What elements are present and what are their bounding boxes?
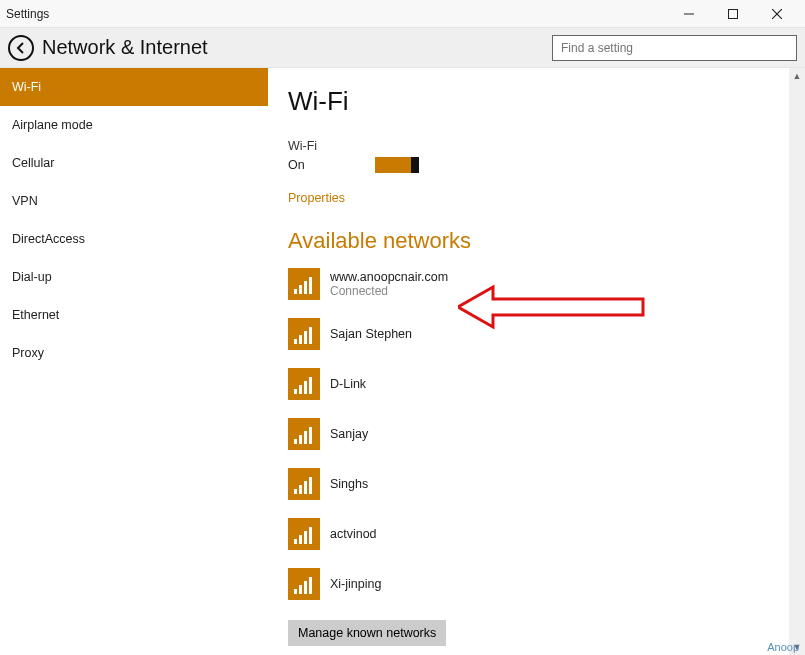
sidebar-item-dialup[interactable]: Dial-up: [0, 258, 268, 296]
main-heading: Wi-Fi: [288, 86, 785, 117]
network-item[interactable]: D-Link: [288, 368, 785, 400]
search-input[interactable]: [552, 35, 797, 61]
sidebar-item-directaccess[interactable]: DirectAccess: [0, 220, 268, 258]
back-button[interactable]: [8, 35, 34, 61]
network-name: Sanjay: [330, 427, 368, 441]
main-content: Wi-Fi Wi-Fi On Properties Available netw…: [268, 68, 805, 655]
network-status: Connected: [330, 284, 448, 298]
network-name: D-Link: [330, 377, 366, 391]
network-list: www.anoopcnair.com Connected Sajan Steph…: [288, 268, 785, 600]
network-name: Singhs: [330, 477, 368, 491]
wifi-signal-icon: [288, 468, 320, 500]
network-name: Xi-jinping: [330, 577, 381, 591]
scroll-up-icon[interactable]: ▲: [789, 68, 805, 84]
properties-link[interactable]: Properties: [288, 191, 345, 205]
wifi-signal-icon: [288, 268, 320, 300]
network-item[interactable]: actvinod: [288, 518, 785, 550]
network-name: actvinod: [330, 527, 377, 541]
header: Network & Internet: [0, 28, 805, 68]
wifi-signal-icon: [288, 568, 320, 600]
vertical-scrollbar[interactable]: ▲ ▼: [789, 68, 805, 655]
wifi-signal-icon: [288, 418, 320, 450]
sidebar-item-vpn[interactable]: VPN: [0, 182, 268, 220]
wifi-signal-icon: [288, 318, 320, 350]
titlebar: Settings: [0, 0, 805, 28]
sidebar-item-wifi[interactable]: Wi-Fi: [0, 68, 268, 106]
wifi-toggle[interactable]: [375, 157, 419, 173]
page-title: Network & Internet: [42, 36, 552, 59]
sidebar-item-proxy[interactable]: Proxy: [0, 334, 268, 372]
window-title: Settings: [6, 7, 667, 21]
sidebar-item-airplane-mode[interactable]: Airplane mode: [0, 106, 268, 144]
sidebar-item-ethernet[interactable]: Ethernet: [0, 296, 268, 334]
network-name: www.anoopcnair.com: [330, 270, 448, 284]
close-button[interactable]: [755, 0, 799, 28]
wifi-signal-icon: [288, 368, 320, 400]
sidebar-item-cellular[interactable]: Cellular: [0, 144, 268, 182]
network-item[interactable]: Sajan Stephen: [288, 318, 785, 350]
minimize-button[interactable]: [667, 0, 711, 28]
network-item[interactable]: www.anoopcnair.com Connected: [288, 268, 785, 300]
maximize-button[interactable]: [711, 0, 755, 28]
network-name: Sajan Stephen: [330, 327, 412, 341]
network-item[interactable]: Singhs: [288, 468, 785, 500]
svg-rect-1: [729, 9, 738, 18]
wifi-state: On: [288, 158, 305, 172]
watermark: Anoop: [767, 641, 799, 653]
network-item[interactable]: Xi-jinping: [288, 568, 785, 600]
wifi-signal-icon: [288, 518, 320, 550]
available-networks-heading: Available networks: [288, 228, 785, 254]
manage-known-networks-link[interactable]: Manage known networks: [288, 620, 446, 646]
sidebar: Wi-Fi Airplane mode Cellular VPN DirectA…: [0, 68, 268, 655]
wifi-label: Wi-Fi: [288, 139, 785, 153]
network-item[interactable]: Sanjay: [288, 418, 785, 450]
